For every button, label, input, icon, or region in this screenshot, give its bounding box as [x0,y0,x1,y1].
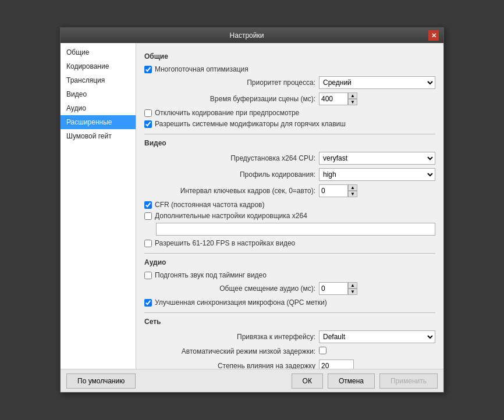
adjust-sound-checkbox[interactable] [144,272,152,279]
buffer-time-up[interactable]: ▲ [348,92,357,99]
process-priority-label: Приоритет процесса: [144,79,315,87]
bind-interface-row: Привязка к интерфейсу: Default [144,330,435,343]
multithread-label: Многопоточная оптимизация [155,65,249,73]
video-section-title: Видео [144,139,435,147]
keyframe-down[interactable]: ▼ [348,191,357,197]
audio-offset-label: Общее смещение аудио (мс): [144,284,315,293]
keyframe-row: Интервал ключевых кадров (сек, 0=авто): … [144,184,435,197]
audio-offset-row: Общее смещение аудио (мс): ▲ ▼ [144,282,435,295]
sidebar-item-audio[interactable]: Аудио [61,101,136,115]
default-button[interactable]: По умолчанию [66,373,136,389]
footer-right: ОК Отмена Применить [292,373,438,389]
ok-button[interactable]: ОК [292,373,323,389]
audio-section-title: Аудио [144,258,435,266]
process-priority-select[interactable]: Реального времени Высокий Выше среднего … [319,76,435,89]
dialog-body: Общие Кодирование Трансляция Видео Аудио… [61,43,443,369]
allow-modifiers-row: Разрешить системные модификаторы для гор… [144,120,435,128]
divider-network [144,312,435,313]
sidebar-item-advanced[interactable]: Расширенные [61,115,136,129]
process-priority-row: Приоритет процесса: Реального времени Вы… [144,76,435,89]
divider-video [144,134,435,134]
fps120-row: Разрешить 61-120 FPS в настройках видео [144,239,435,247]
adjust-sound-label: Подгонять звук под тайминг видео [155,271,267,279]
fps120-checkbox[interactable] [144,240,152,247]
buffer-time-spinbox: ▲ ▼ [319,92,435,105]
extra-settings-input[interactable] [156,223,435,236]
audio-offset-down[interactable]: ▼ [348,289,357,295]
dialog-footer: По умолчанию ОК Отмена Применить [61,369,443,392]
sidebar-item-noisegate[interactable]: Шумовой гейт [61,129,136,143]
latency-influence-row: Степень влияния на задержку [144,360,435,369]
keyframe-label: Интервал ключевых кадров (сек, 0=авто): [144,187,315,195]
extra-settings-input-wrap [156,223,435,236]
sidebar: Общие Кодирование Трансляция Видео Аудио… [61,43,136,369]
x264-preset-select[interactable]: ultrafast superfast veryfast faster fast… [319,152,435,165]
dialog-title: Настройки [65,31,428,40]
extra-settings-label: Дополнительные настройки кодировщика x26… [155,212,307,220]
cfr-row: CFR (постоянная частота кадров) [144,201,435,209]
bind-interface-label: Привязка к интерфейсу: [144,333,315,341]
divider-audio [144,253,435,254]
mic-sync-checkbox[interactable] [144,299,152,307]
main-content: Общие Многопоточная оптимизация Приорите… [136,43,443,369]
audio-offset-up[interactable]: ▲ [348,282,357,289]
network-section-title: Сеть [144,318,435,326]
mic-sync-label: Улучшенная синхронизация микрофона (QPC … [155,298,327,307]
fps120-label: Разрешить 61-120 FPS в настройках видео [155,239,295,247]
sidebar-item-stream[interactable]: Трансляция [61,73,136,87]
allow-modifiers-label: Разрешить системные модификаторы для гор… [155,120,346,128]
auto-lowlatency-row: Автоматический режим низкой задержки: [144,347,435,356]
apply-button[interactable]: Применить [379,373,438,389]
extra-settings-checkbox[interactable] [144,212,152,220]
title-bar: Настройки ✕ [61,28,443,43]
keyframe-up[interactable]: ▲ [348,184,357,191]
sidebar-item-encoding[interactable]: Кодирование [61,59,136,73]
buffer-time-row: Время буферизации сцены (мс): ▲ ▼ [144,92,435,105]
disable-encode-label: Отключить кодирование при предпросмотре [155,109,299,117]
cfr-checkbox[interactable] [144,201,152,209]
encoding-profile-row: Профиль кодирования: baseline main high [144,168,435,181]
encoding-profile-select[interactable]: baseline main high [319,168,435,181]
x264-preset-row: Предустановка x264 CPU: ultrafast superf… [144,152,435,165]
auto-lowlatency-checkbox[interactable] [319,347,326,354]
buffer-time-down[interactable]: ▼ [348,99,357,105]
mic-sync-row: Улучшенная синхронизация микрофона (QPC … [144,298,435,307]
sidebar-item-video[interactable]: Видео [61,87,136,101]
settings-dialog: Настройки ✕ Общие Кодирование Трансляция… [60,27,444,393]
sidebar-item-general[interactable]: Общие [61,45,136,59]
extra-settings-row: Дополнительные настройки кодировщика x26… [144,212,435,220]
allow-modifiers-checkbox[interactable] [144,120,152,128]
keyframe-spinbox: ▲ ▼ [319,184,435,197]
buffer-time-spinbox-btns: ▲ ▼ [348,92,357,105]
multithread-row: Многопоточная оптимизация [144,65,435,73]
audio-offset-input[interactable] [319,282,348,295]
bind-interface-select[interactable]: Default [319,330,435,343]
latency-influence-input[interactable] [319,360,354,369]
disable-encode-row: Отключить кодирование при предпросмотре [144,109,435,117]
buffer-time-label: Время буферизации сцены (мс): [144,95,315,103]
latency-influence-label: Степень влияния на задержку [144,362,315,369]
cancel-button[interactable]: Отмена [328,373,375,389]
disable-encode-checkbox[interactable] [144,109,152,117]
close-button[interactable]: ✕ [428,30,439,41]
footer-left: По умолчанию [66,373,136,389]
audio-offset-spinbox: ▲ ▼ [319,282,435,295]
cfr-label: CFR (постоянная частота кадров) [155,201,264,209]
keyframe-spinbox-btns: ▲ ▼ [348,184,357,197]
audio-offset-spinbox-btns: ▲ ▼ [348,282,357,295]
general-section-title: Общие [144,52,435,60]
x264-preset-label: Предустановка x264 CPU: [144,154,315,162]
encoding-profile-label: Профиль кодирования: [144,170,315,179]
multithread-checkbox[interactable] [144,66,152,73]
adjust-sound-row: Подгонять звук под тайминг видео [144,271,435,279]
auto-lowlatency-label: Автоматический режим низкой задержки: [144,347,315,355]
keyframe-input[interactable] [319,184,348,197]
buffer-time-input[interactable] [319,92,348,105]
